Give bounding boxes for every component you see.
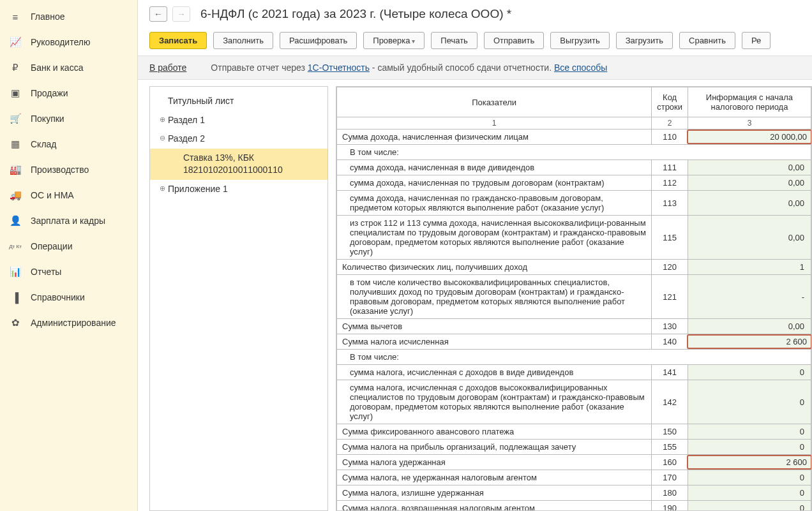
sidebar-item-label: Зарплата и кадры	[31, 216, 105, 226]
code-cell: 115	[652, 216, 688, 260]
table-row: Сумма дохода, начисленная физическим лиц…	[337, 130, 811, 145]
value-cell[interactable]: 0	[688, 380, 811, 424]
sidebar-item-4[interactable]: 🛒Покупки	[0, 106, 137, 131]
value-cell[interactable]: 0,00	[688, 175, 811, 191]
decode-button[interactable]: Расшифровать	[280, 32, 357, 49]
tree-item-label: Приложение 1	[168, 183, 321, 196]
sidebar-item-5[interactable]: ▦Склад	[0, 131, 137, 157]
grid-header-c3: Информация с начала налогового периода	[688, 87, 811, 117]
sidebar-item-9[interactable]: Дт КтОперации	[0, 233, 137, 259]
tree-item-label: Ставка 13%, КБК 18210102010011000110	[183, 152, 321, 177]
table-row: Количество физических лиц, получивших до…	[337, 260, 811, 275]
table-row: В том числе:	[337, 145, 811, 160]
sidebar-item-3[interactable]: ▣Продажи	[0, 80, 137, 106]
sidebar-item-7[interactable]: 🚚ОС и НМА	[0, 182, 137, 208]
code-cell: 190	[652, 501, 688, 512]
tree-toggle-icon[interactable]: ⊖	[156, 133, 168, 143]
value-cell[interactable]: 0,00	[688, 191, 811, 216]
indicator-cell: из строк 112 и 113 сумма дохода, начисле…	[337, 216, 652, 260]
value-cell[interactable]: 2 600	[688, 455, 811, 470]
info-bar: В работе Отправьте отчет через 1С-Отчетн…	[138, 56, 812, 80]
value-cell[interactable]: 2 600	[688, 334, 811, 350]
tree-item-3[interactable]: Ставка 13%, КБК 18210102010011000110	[150, 149, 327, 180]
value-cell[interactable]: 20 000,00	[688, 130, 811, 145]
value-cell[interactable]: 0,00	[688, 319, 811, 334]
sidebar-item-0[interactable]: ≡Главное	[0, 4, 137, 29]
indicator-cell: сумма дохода, начисленная в виде дивиден…	[337, 160, 652, 175]
tree-item-1[interactable]: ⊕Раздел 1	[150, 111, 327, 130]
value-cell[interactable]: 0,00	[688, 216, 811, 260]
table-row: Сумма налога на прибыль организаций, под…	[337, 440, 811, 455]
table-row: Сумма налога исчисленная1402 600	[337, 334, 811, 350]
value-cell[interactable]: 1	[688, 260, 811, 275]
value-cell[interactable]: -	[688, 275, 811, 319]
sidebar-item-1[interactable]: 📈Руководителю	[0, 29, 137, 55]
indicator-cell: сумма дохода, начисленная по трудовым до…	[337, 175, 652, 191]
code-cell: 110	[652, 130, 688, 145]
value-cell[interactable]: 0,00	[688, 160, 811, 175]
table-row: Сумма налога, возвращенная налоговым аге…	[337, 501, 811, 512]
code-cell: 160	[652, 455, 688, 470]
value-cell[interactable]: 0	[688, 365, 811, 380]
save-button[interactable]: Записать	[149, 32, 207, 49]
sidebar-item-8[interactable]: 👤Зарплата и кадры	[0, 208, 137, 233]
sidebar-item-2[interactable]: ₽Банк и касса	[0, 55, 137, 80]
value-cell[interactable]: 0	[688, 470, 811, 485]
indicator-cell: Сумма налога, не удержанная налоговым аг…	[337, 470, 652, 485]
sidebar-item-label: Администрирование	[31, 318, 116, 328]
table-row: сумма налога, исчисленная с доходов высо…	[337, 380, 811, 424]
nav-back-button[interactable]: ←	[149, 6, 167, 22]
sidebar-item-label: Руководителю	[31, 37, 90, 47]
box-icon: ▣	[9, 87, 22, 100]
tree-toggle-icon[interactable]: ⊕	[156, 184, 168, 193]
tree-item-2[interactable]: ⊖Раздел 2	[150, 130, 327, 149]
page-title: 6-НДФЛ (с 2021 года) за 2023 г. (Четыре …	[200, 7, 511, 21]
sidebar-item-label: Справочники	[31, 292, 85, 302]
group-label: В том числе:	[337, 145, 811, 160]
indicator-cell: сумма налога, исчисленная с доходов высо…	[337, 380, 652, 424]
sidebar-item-label: Операции	[31, 241, 73, 251]
value-cell[interactable]: 0	[688, 485, 811, 501]
sidebar-item-label: Склад	[31, 139, 57, 149]
print-button[interactable]: Печать	[431, 32, 477, 49]
more-button[interactable]: Ре	[742, 32, 771, 49]
compare-button[interactable]: Сравнить	[679, 32, 735, 49]
indicator-cell: Сумма налога на прибыль организаций, под…	[337, 440, 652, 455]
sidebar-item-11[interactable]: ▐Справочники	[0, 285, 137, 310]
table-row: сумма налога, исчисленная с доходов в ви…	[337, 365, 811, 380]
tree-item-0[interactable]: Титульный лист	[150, 92, 327, 111]
table-row: Сумма налога, не удержанная налоговым аг…	[337, 470, 811, 485]
send-button[interactable]: Отправить	[484, 32, 544, 49]
indicator-cell: Сумма вычетов	[337, 319, 652, 334]
all-methods-link[interactable]: Все способы	[554, 63, 607, 73]
fill-button[interactable]: Заполнить	[213, 32, 273, 49]
value-cell[interactable]: 0	[688, 440, 811, 455]
indicator-cell: сумма дохода, начисленная по гражданско-…	[337, 191, 652, 216]
table-row: из строк 112 и 113 сумма дохода, начисле…	[337, 216, 811, 260]
status-link[interactable]: В работе	[149, 63, 186, 73]
check-button[interactable]: Проверка	[363, 32, 425, 49]
code-cell: 155	[652, 440, 688, 455]
sidebar-item-12[interactable]: ✿Администрирование	[0, 310, 137, 336]
reporting-link[interactable]: 1С-Отчетность	[308, 63, 370, 73]
table-row: сумма дохода, начисленная по гражданско-…	[337, 191, 811, 216]
tree-item-4[interactable]: ⊕Приложение 1	[150, 180, 327, 199]
ops-icon: Дт Кт	[9, 240, 22, 253]
tree-toggle-icon[interactable]: ⊕	[156, 115, 168, 124]
warehouse-icon: ▦	[9, 138, 22, 151]
table-row: Сумма вычетов1300,00	[337, 319, 811, 334]
sidebar-item-label: Покупки	[31, 114, 64, 124]
export-button[interactable]: Выгрузить	[550, 32, 609, 49]
factory-icon: 🏭	[9, 163, 22, 176]
import-button[interactable]: Загрузить	[616, 32, 673, 49]
sidebar-item-6[interactable]: 🏭Производство	[0, 157, 137, 182]
value-cell[interactable]: 0	[688, 424, 811, 440]
sidebar-item-label: Главное	[31, 11, 65, 22]
code-cell: 142	[652, 380, 688, 424]
data-grid-wrap: ПоказателиКод строкиИнформация с начала …	[336, 86, 812, 511]
sidebar: ≡Главное📈Руководителю₽Банк и касса▣Прода…	[0, 0, 138, 511]
value-cell[interactable]: 0	[688, 501, 811, 512]
sidebar-item-10[interactable]: 📊Отчеты	[0, 259, 137, 285]
sections-tree: Титульный лист⊕Раздел 1⊖Раздел 2Ставка 1…	[149, 86, 328, 511]
nav-forward-button[interactable]: →	[172, 6, 190, 22]
